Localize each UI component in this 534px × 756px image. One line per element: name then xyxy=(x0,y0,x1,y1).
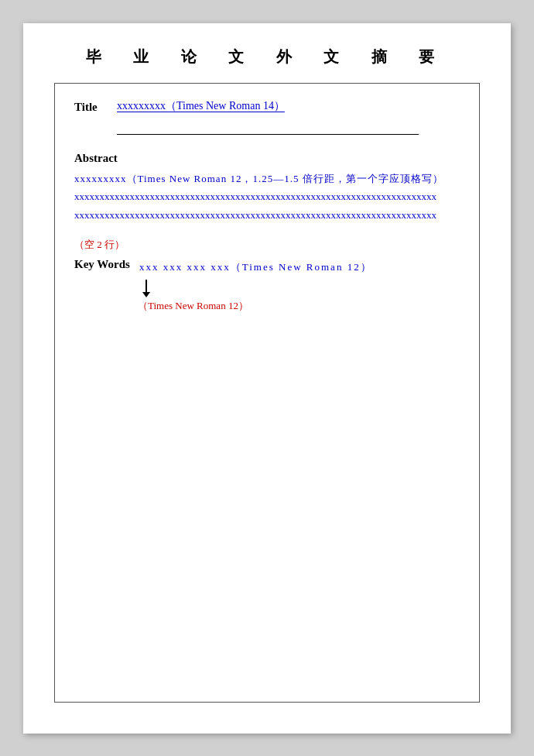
title-value: xxxxxxxxx（Times New Roman 14） xyxy=(117,99,460,115)
keywords-label: Key Words xyxy=(74,258,136,271)
title-underline-wrapper: xxxxxxxxx（Times New Roman 14） xyxy=(117,99,460,135)
title-second-underline xyxy=(117,124,419,135)
page-title: 毕 业 论 文 外 文 摘 要 xyxy=(54,46,480,67)
arrow-row xyxy=(138,280,460,297)
empty-lines-note: （空 2 行） xyxy=(74,238,460,252)
content-box: Title xxxxxxxxx（Times New Roman 14） Abst… xyxy=(54,83,480,703)
abstract-line2: xxxxxxxxxxxxxxxxxxxxxxxxxxxxxxxxxxxxxxxx… xyxy=(74,187,460,205)
title-label: Title xyxy=(74,101,117,114)
keywords-text: xxx xxx xxx xxx（Times New Roman 12） xyxy=(139,258,372,276)
abstract-line1: xxxxxxxxx（Times New Roman 12，1.25—1.5 倍行… xyxy=(74,170,460,187)
abstract-label: Abstract xyxy=(74,152,460,165)
abstract-text: xxxxxxxxx（Times New Roman 12，1.25—1.5 倍行… xyxy=(74,170,460,224)
keywords-row: Key Words xxx xxx xxx xxx（Times New Roma… xyxy=(74,258,460,276)
title-row: Title xxxxxxxxx（Times New Roman 14） xyxy=(74,99,460,135)
times-note: （Times New Roman 12） xyxy=(138,299,460,313)
arrow-icon xyxy=(142,280,150,297)
page: 毕 业 论 文 外 文 摘 要 Title xxxxxxxxx（Times Ne… xyxy=(23,23,511,734)
abstract-line3: xxxxxxxxxxxxxxxxxxxxxxxxxxxxxxxxxxxxxxxx… xyxy=(74,206,460,224)
